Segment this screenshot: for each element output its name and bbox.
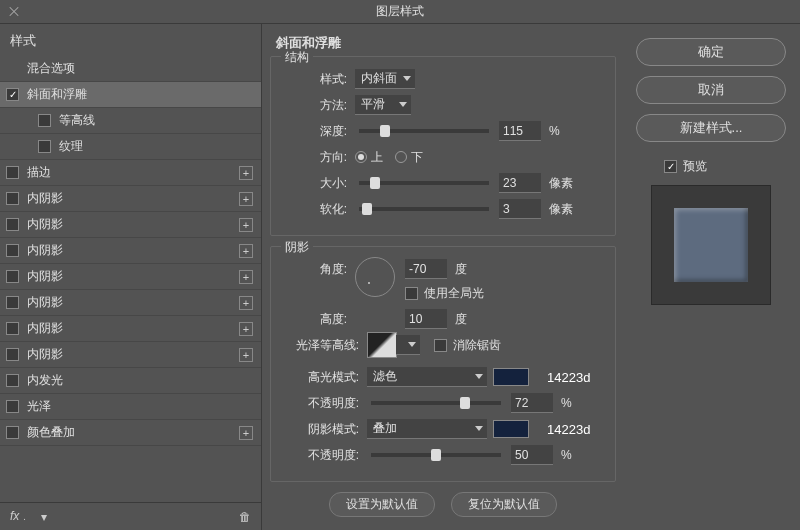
style-item-14[interactable]: 颜色叠加+ [0, 420, 261, 446]
style-checkbox[interactable] [6, 88, 19, 101]
style-checkbox[interactable] [6, 244, 19, 257]
style-checkbox[interactable] [6, 426, 19, 439]
make-default-button[interactable]: 设置为默认值 [329, 492, 435, 517]
reset-default-button[interactable]: 复位为默认值 [451, 492, 557, 517]
ok-button[interactable]: 确定 [636, 38, 786, 66]
style-checkbox[interactable] [6, 296, 19, 309]
shadow-mode-select[interactable]: 叠加 [367, 419, 487, 439]
style-item-7[interactable]: 内阴影+ [0, 238, 261, 264]
add-effect-icon[interactable]: + [239, 270, 253, 284]
style-item-8[interactable]: 内阴影+ [0, 264, 261, 290]
preview-swatch [674, 208, 748, 282]
style-checkbox[interactable] [38, 140, 51, 153]
highlight-mode-select[interactable]: 滤色 [367, 367, 487, 387]
technique-select[interactable]: 平滑 [355, 95, 411, 115]
soften-slider[interactable] [359, 207, 489, 211]
direction-up-radio[interactable] [355, 151, 367, 163]
new-style-button[interactable]: 新建样式... [636, 114, 786, 142]
size-input[interactable] [499, 173, 541, 193]
style-item-4[interactable]: 描边+ [0, 160, 261, 186]
close-icon[interactable] [8, 6, 18, 16]
style-list: 混合选项斜面和浮雕等高线纹理描边+内阴影+内阴影+内阴影+内阴影+内阴影+内阴影… [0, 56, 261, 502]
fx-icon[interactable]: fx﹒ [10, 508, 31, 525]
style-label: 样式: [283, 71, 347, 88]
size-unit: 像素 [549, 175, 573, 192]
gloss-contour-dropdown[interactable] [396, 335, 420, 355]
chevron-down-icon[interactable]: ▾ [41, 510, 47, 524]
style-checkbox[interactable] [6, 348, 19, 361]
altitude-unit: 度 [455, 311, 479, 328]
style-item-label: 斜面和浮雕 [27, 86, 253, 103]
direction-down-radio[interactable] [395, 151, 407, 163]
angle-input[interactable] [405, 259, 447, 279]
altitude-input[interactable] [405, 309, 447, 329]
style-item-label: 描边 [27, 164, 239, 181]
depth-slider[interactable] [359, 129, 489, 133]
style-item-0[interactable]: 混合选项 [0, 56, 261, 82]
style-checkbox[interactable] [6, 218, 19, 231]
style-item-11[interactable]: 内阴影+ [0, 342, 261, 368]
sidebar: 样式 混合选项斜面和浮雕等高线纹理描边+内阴影+内阴影+内阴影+内阴影+内阴影+… [0, 24, 262, 530]
shadow-color-swatch[interactable] [493, 420, 529, 438]
chevron-down-icon [475, 426, 483, 431]
add-effect-icon[interactable]: + [239, 166, 253, 180]
add-effect-icon[interactable]: + [239, 296, 253, 310]
chevron-down-icon [399, 102, 407, 107]
style-select[interactable]: 内斜面 [355, 69, 415, 89]
highlight-opacity-input[interactable] [511, 393, 553, 413]
angle-dial[interactable] [355, 257, 395, 297]
size-slider[interactable] [359, 181, 489, 185]
layer-style-dialog: 图层样式 样式 混合选项斜面和浮雕等高线纹理描边+内阴影+内阴影+内阴影+内阴影… [0, 0, 800, 530]
shadow-opacity-input[interactable] [511, 445, 553, 465]
gloss-contour-picker[interactable] [367, 332, 397, 358]
shading-group: 阴影 角度: 度 使用全局光 [270, 246, 616, 482]
style-item-12[interactable]: 内发光 [0, 368, 261, 394]
style-item-10[interactable]: 内阴影+ [0, 316, 261, 342]
style-checkbox[interactable] [6, 374, 19, 387]
depth-unit: % [549, 124, 573, 138]
style-item-6[interactable]: 内阴影+ [0, 212, 261, 238]
highlight-opacity-slider[interactable] [371, 401, 501, 405]
add-effect-icon[interactable]: + [239, 218, 253, 232]
style-item-label: 纹理 [59, 138, 253, 155]
soften-input[interactable] [499, 199, 541, 219]
style-item-5[interactable]: 内阴影+ [0, 186, 261, 212]
add-effect-icon[interactable]: + [239, 192, 253, 206]
settings-panel: 斜面和浮雕 结构 样式: 内斜面 方法: 平滑 深度: [262, 24, 630, 530]
style-item-label: 内阴影 [27, 346, 239, 363]
style-checkbox[interactable] [6, 400, 19, 413]
angle-label: 角度: [283, 257, 347, 278]
global-light-checkbox[interactable] [405, 287, 418, 300]
direction-label: 方向: [283, 149, 347, 166]
titlebar: 图层样式 [0, 0, 800, 24]
size-label: 大小: [283, 175, 347, 192]
style-checkbox[interactable] [38, 114, 51, 127]
highlight-mode-label: 高光模式: [283, 369, 359, 386]
highlight-color-swatch[interactable] [493, 368, 529, 386]
depth-input[interactable] [499, 121, 541, 141]
style-checkbox[interactable] [6, 322, 19, 335]
style-item-1[interactable]: 斜面和浮雕 [0, 82, 261, 108]
shadow-opacity-slider[interactable] [371, 453, 501, 457]
style-item-3[interactable]: 纹理 [0, 134, 261, 160]
style-checkbox[interactable] [6, 270, 19, 283]
shadow-color-hex: 14223d [547, 422, 590, 437]
style-item-label: 等高线 [59, 112, 253, 129]
add-effect-icon[interactable]: + [239, 348, 253, 362]
style-checkbox[interactable] [6, 166, 19, 179]
trash-icon[interactable]: 🗑 [239, 510, 251, 524]
add-effect-icon[interactable]: + [239, 426, 253, 440]
style-item-9[interactable]: 内阴影+ [0, 290, 261, 316]
chevron-down-icon [408, 342, 416, 347]
style-item-13[interactable]: 光泽 [0, 394, 261, 420]
antialias-checkbox[interactable] [434, 339, 447, 352]
style-item-label: 光泽 [27, 398, 253, 415]
cancel-button[interactable]: 取消 [636, 76, 786, 104]
preview-checkbox[interactable] [664, 160, 677, 173]
add-effect-icon[interactable]: + [239, 244, 253, 258]
technique-label: 方法: [283, 97, 347, 114]
style-checkbox[interactable] [6, 192, 19, 205]
add-effect-icon[interactable]: + [239, 322, 253, 336]
style-item-2[interactable]: 等高线 [0, 108, 261, 134]
panel-title: 斜面和浮雕 [270, 34, 616, 52]
